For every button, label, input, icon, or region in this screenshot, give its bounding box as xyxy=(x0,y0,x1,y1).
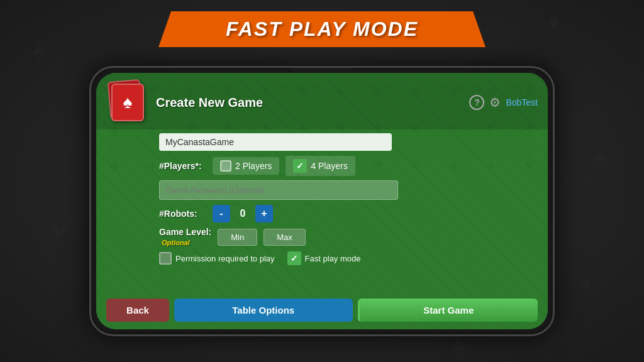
app-logo: ♠ xyxy=(106,80,147,124)
logo-card-back: ♠ xyxy=(111,84,144,121)
options-row: Permission required to play ✓ Fast play … xyxy=(159,251,538,265)
game-level-row: Game Level: Optional Min Max xyxy=(159,227,538,247)
players-row: #Players*: 2 Players ✓ 4 Players xyxy=(159,156,538,176)
start-game-button[interactable]: Start Game xyxy=(358,299,538,322)
fast-play-option[interactable]: ✓ Fast play mode xyxy=(287,251,361,265)
help-icon[interactable]: ? xyxy=(469,95,484,110)
fast-play-checkbox[interactable]: ✓ xyxy=(287,251,301,265)
back-button[interactable]: Back xyxy=(106,299,169,322)
phone-screen: ♠ ♥ ♣ ♦ ♠ ♥ ♣ ♦ ♠ ♥ ♣ ♦ ♦ ♠ ♥ ♣ ♦ xyxy=(96,73,548,329)
banner-text: FAST PLAY MODE xyxy=(226,18,418,40)
four-players-checkbox[interactable]: ✓ xyxy=(293,159,307,173)
permission-checkbox[interactable] xyxy=(159,252,172,265)
header-actions: ? ⚙ BobTest xyxy=(469,95,538,110)
game-level-label: Game Level: Optional xyxy=(159,227,211,247)
two-players-label: 2 Players xyxy=(235,161,272,171)
password-row xyxy=(159,180,538,200)
settings-icon[interactable]: ⚙ xyxy=(489,95,501,110)
level-max-button[interactable]: Max xyxy=(264,229,306,246)
robots-minus-button[interactable]: - xyxy=(213,205,230,222)
table-options-button[interactable]: Table Options xyxy=(174,299,353,322)
phone-side-button xyxy=(89,143,91,162)
header-bar: ♠ Create New Game ? ⚙ BobTest xyxy=(96,73,548,129)
fast-play-label: Fast play mode xyxy=(305,254,361,263)
permission-option[interactable]: Permission required to play xyxy=(159,252,275,265)
game-level-optional: Optional xyxy=(162,239,190,246)
robots-label: #Robots: xyxy=(159,209,206,219)
two-players-option[interactable]: 2 Players xyxy=(213,157,279,175)
phone-frame: ♠ ♥ ♣ ♦ ♠ ♥ ♣ ♦ ♠ ♥ ♣ ♦ ♦ ♠ ♥ ♣ ♦ xyxy=(89,66,555,336)
top-banner: FAST PLAY MODE xyxy=(158,11,486,47)
permission-label: Permission required to play xyxy=(175,254,275,263)
password-input[interactable] xyxy=(159,180,398,200)
robots-plus-button[interactable]: + xyxy=(255,205,273,222)
robots-value: 0 xyxy=(236,208,249,219)
level-min-button[interactable]: Min xyxy=(218,229,257,246)
bottom-buttons: Back Table Options Start Game xyxy=(106,299,538,322)
two-players-checkbox[interactable] xyxy=(220,160,231,172)
phone-notch xyxy=(291,68,353,73)
robots-row: #Robots: - 0 + xyxy=(159,205,538,222)
four-players-label: 4 Players xyxy=(311,161,347,171)
page-title: Create New Game xyxy=(156,96,469,110)
players-label: #Players*: xyxy=(159,161,206,171)
game-name-input[interactable] xyxy=(159,133,392,151)
four-players-option[interactable]: ✓ 4 Players xyxy=(286,156,355,176)
username-link[interactable]: BobTest xyxy=(506,97,538,107)
game-name-row xyxy=(159,133,538,151)
